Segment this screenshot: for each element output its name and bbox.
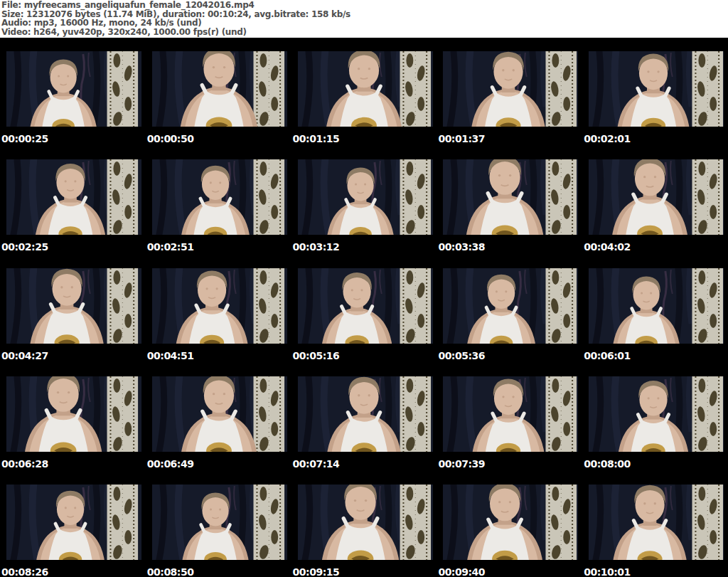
thumbnail-cell: 00:03:12: [291, 158, 437, 266]
frame-timestamp: 00:01:15: [293, 134, 437, 144]
frame-timestamp: 00:03:12: [293, 242, 437, 252]
curtain-pattern: [107, 376, 139, 455]
video-frame-thumbnail: [584, 267, 727, 348]
curtain-pattern: [400, 159, 431, 238]
webcam-frame-art: [1, 158, 144, 239]
thumbnail-cell: 00:01:15: [291, 50, 437, 158]
frame-timestamp: 00:08:26: [1, 567, 146, 577]
frame-timestamp: 00:07:39: [438, 459, 582, 469]
curtain-pattern: [546, 376, 577, 455]
frame-timestamp: 00:04:02: [584, 242, 728, 252]
curtain-pattern: [400, 376, 431, 455]
frame-timestamp: 00:05:36: [438, 351, 582, 361]
curtain-pattern: [546, 268, 577, 346]
thumbnail-cell: 00:00:50: [146, 50, 291, 158]
curtain-pattern: [546, 485, 577, 563]
frame-timestamp: 00:05:16: [293, 351, 437, 361]
frame-timestamp: 00:06:28: [1, 459, 146, 469]
thumbnail-cell: 00:04:02: [582, 158, 728, 266]
webcam-frame-art: [293, 50, 436, 131]
thumbnail-cell: 00:06:28: [0, 375, 146, 483]
frame-timestamp: 00:06:01: [584, 351, 728, 361]
video-frame-thumbnail: [147, 267, 290, 348]
curtain-pattern: [107, 268, 139, 346]
video-frame-thumbnail: [293, 375, 436, 456]
webcam-frame-art: [584, 158, 727, 239]
curtain-pattern: [107, 485, 139, 563]
curtain-pattern: [253, 485, 284, 563]
thumbnail-cell: 00:00:25: [0, 50, 146, 158]
webcam-frame-art: [584, 375, 727, 456]
curtain-pattern: [546, 51, 577, 129]
video-frame-thumbnail: [438, 158, 581, 239]
file-info-line: File: myfreecams_angeliquafun_female_120…: [1, 1, 728, 10]
webcam-frame-art: [147, 50, 290, 131]
webcam-frame-art: [438, 375, 581, 456]
curtain-pattern: [692, 376, 724, 455]
video-frame-thumbnail: [1, 483, 144, 564]
webcam-frame-art: [438, 50, 581, 131]
frame-timestamp: 00:09:15: [293, 567, 437, 577]
webcam-frame-art: [584, 483, 727, 564]
thumbnail-cell: 00:09:40: [437, 483, 582, 577]
frame-timestamp: 00:07:14: [293, 459, 437, 469]
webcam-frame-art: [1, 483, 144, 564]
webcam-frame-art: [438, 158, 581, 239]
thumbnail-cell: 00:02:51: [146, 158, 291, 266]
webcam-frame-art: [584, 50, 727, 131]
thumbnail-cell: 00:10:01: [582, 483, 728, 577]
curtain-pattern: [253, 376, 284, 455]
thumbnail-cell: 00:04:27: [0, 267, 146, 375]
thumbnail-cell: 00:04:51: [146, 267, 291, 375]
video-frame-thumbnail: [293, 483, 436, 564]
video-frame-thumbnail: [584, 375, 727, 456]
webcam-frame-art: [147, 158, 290, 239]
frame-timestamp: 00:01:37: [438, 134, 582, 144]
thumbnail-cell: 00:02:01: [582, 50, 728, 158]
frame-timestamp: 00:02:01: [584, 134, 728, 144]
video-frame-thumbnail: [293, 158, 436, 239]
webcam-frame-art: [1, 50, 144, 131]
frame-timestamp: 00:08:00: [584, 459, 728, 469]
curtain-pattern: [400, 268, 431, 346]
video-frame-thumbnail: [147, 483, 290, 564]
video-frame-thumbnail: [438, 50, 581, 131]
video-frame-thumbnail: [1, 50, 144, 131]
curtain-pattern: [692, 51, 724, 129]
video-frame-thumbnail: [147, 158, 290, 239]
video-frame-thumbnail: [147, 50, 290, 131]
webcam-frame-art: [293, 483, 436, 564]
curtain-pattern: [400, 485, 431, 563]
video-frame-thumbnail: [584, 483, 727, 564]
webcam-frame-art: [147, 375, 290, 456]
video-info-line: Video: h264, yuv420p, 320x240, 1000.00 f…: [1, 28, 728, 37]
frame-timestamp: 00:06:49: [147, 459, 291, 469]
video-frame-thumbnail: [1, 375, 144, 456]
curtain-pattern: [546, 159, 577, 238]
webcam-frame-art: [147, 483, 290, 564]
thumbnail-cell: 00:06:01: [582, 267, 728, 375]
thumbnail-cell: 00:02:25: [0, 158, 146, 266]
video-frame-thumbnail: [1, 158, 144, 239]
thumbnail-cell: 00:09:15: [291, 483, 437, 577]
frame-timestamp: 00:00:25: [1, 134, 146, 144]
frame-timestamp: 00:03:38: [438, 242, 582, 252]
curtain-pattern: [253, 51, 284, 129]
frame-timestamp: 00:09:40: [438, 567, 582, 577]
metadata-header: File: myfreecams_angeliquafun_female_120…: [0, 0, 728, 38]
video-frame-thumbnail: [293, 50, 436, 131]
video-frame-thumbnail: [1, 267, 144, 348]
webcam-frame-art: [293, 158, 436, 239]
frame-timestamp: 00:08:50: [147, 567, 291, 577]
thumbnail-cell: 00:05:36: [437, 267, 582, 375]
video-frame-thumbnail: [147, 375, 290, 456]
webcam-frame-art: [438, 267, 581, 348]
thumbnail-cell: 00:06:49: [146, 375, 291, 483]
curtain-pattern: [692, 159, 724, 238]
webcam-frame-art: [584, 267, 727, 348]
thumbnail-grid: 00:00:25: [0, 38, 728, 577]
frame-timestamp: 00:04:51: [147, 351, 291, 361]
thumbnail-cell: 00:08:00: [582, 375, 728, 483]
video-contact-sheet: File: myfreecams_angeliquafun_female_120…: [0, 0, 728, 577]
frame-timestamp: 00:02:25: [1, 242, 146, 252]
